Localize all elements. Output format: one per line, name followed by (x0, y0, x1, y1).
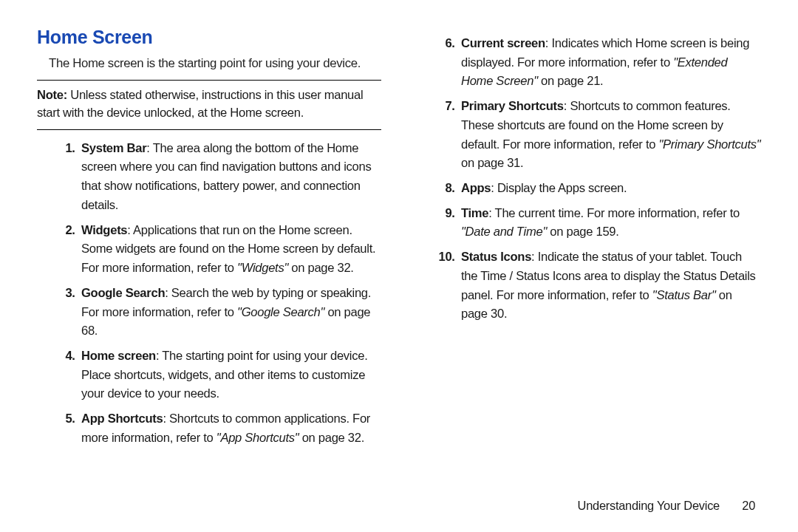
note-text: Unless stated otherwise, instructions in… (37, 88, 363, 120)
footer-page-number: 20 (742, 499, 755, 513)
list-item: Widgets: Applications that run on the Ho… (78, 221, 381, 278)
item-ref: "Date and Time" (461, 225, 547, 239)
footer-section-title: Understanding Your Device (578, 499, 720, 512)
section-heading: Home Screen (37, 27, 381, 48)
definition-list-right: Current screen: Indicates which Home scr… (417, 34, 761, 324)
item-tail: on page 32. (299, 431, 364, 445)
item-term: System Bar (81, 141, 146, 155)
item-ref: "Google Search" (237, 305, 324, 319)
item-term: Home screen (81, 349, 156, 363)
item-ref: "Primary Shortcuts" (658, 137, 760, 151)
definition-list-left: System Bar: The area along the bottom of… (37, 139, 381, 448)
item-body: : Display the Apps screen. (491, 181, 627, 195)
list-item: Home screen: The starting point for usin… (78, 347, 381, 403)
left-column: Home Screen The Home screen is the start… (37, 27, 381, 454)
item-body: : The current time. For more information… (488, 206, 740, 220)
item-term: Status Icons (461, 250, 531, 264)
page-footer: Understanding Your Device 20 (578, 499, 755, 513)
item-term: Primary Shortcuts (461, 99, 564, 113)
list-item: Google Search: Search the web by typing … (78, 284, 381, 341)
right-column: Current screen: Indicates which Home scr… (417, 27, 761, 454)
item-ref: "App Shortcuts" (216, 431, 299, 445)
list-item: Primary Shortcuts: Shortcuts to common f… (458, 97, 761, 173)
item-tail: on page 21. (538, 74, 604, 88)
manual-page: Home Screen The Home screen is the start… (0, 0, 798, 532)
item-term: Widgets (81, 223, 127, 237)
item-ref: "Widgets" (237, 261, 288, 275)
item-tail: on page 159. (547, 225, 619, 239)
list-item: Time: The current time. For more informa… (458, 204, 761, 242)
item-term: Apps (461, 181, 491, 195)
item-tail: on page 31. (461, 156, 523, 170)
list-item: App Shortcuts: Shortcuts to common appli… (78, 409, 381, 447)
item-term: Current screen (461, 36, 545, 50)
note-label: Note: (37, 88, 67, 102)
intro-paragraph: The Home screen is the starting point fo… (49, 55, 381, 72)
list-item: System Bar: The area along the bottom of… (78, 139, 381, 215)
item-term: Google Search (81, 286, 165, 300)
list-item: Current screen: Indicates which Home scr… (458, 34, 761, 91)
two-column-layout: Home Screen The Home screen is the start… (37, 27, 761, 454)
item-tail: on page 32. (288, 261, 354, 275)
list-item: Status Icons: Indicate the status of you… (458, 248, 761, 324)
item-ref: "Status Bar" (652, 288, 716, 302)
list-item: Apps: Display the Apps screen. (458, 179, 761, 198)
item-term: Time (461, 206, 488, 220)
item-term: App Shortcuts (81, 412, 163, 426)
note-block: Note: Unless stated otherwise, instructi… (37, 80, 381, 130)
